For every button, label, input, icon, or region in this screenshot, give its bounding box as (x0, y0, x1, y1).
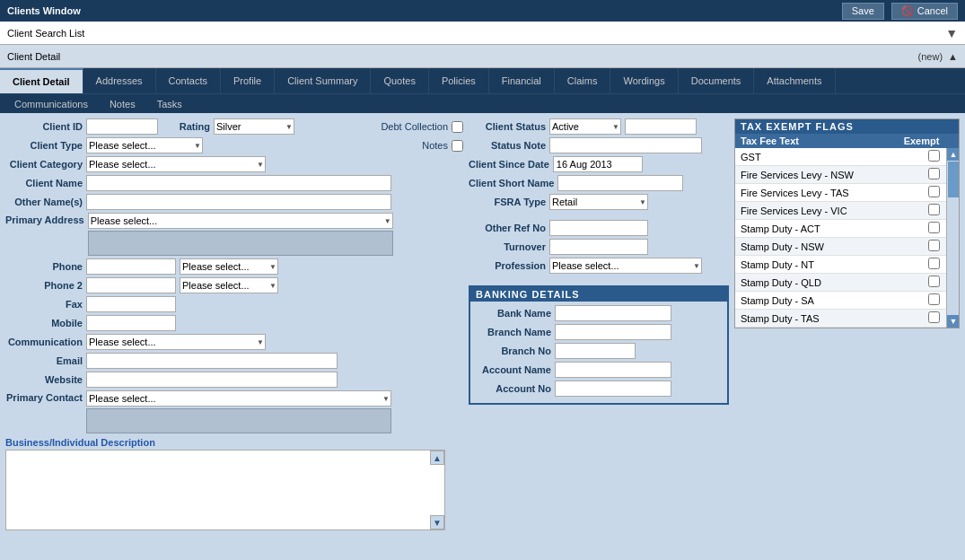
right-panel: TAX EXEMPT FLAGS Tax Fee Text Exempt GST… (734, 118, 960, 555)
biz-scroll-up-icon[interactable]: ▲ (430, 451, 444, 465)
tax-sdnt-checkbox[interactable] (928, 258, 940, 269)
branch-name-label: Branch Name (474, 327, 555, 337)
tax-fsnsw-checkbox[interactable] (928, 168, 940, 179)
client-short-name-input[interactable] (557, 175, 683, 191)
tab-client-detail[interactable]: Client Detail (0, 68, 83, 93)
tax-row-sdnsw: Stamp Duty - NSW (735, 238, 959, 256)
tax-fsvic-checkbox[interactable] (928, 204, 940, 215)
row-status-note: Status Note (469, 137, 729, 153)
row-bank-name: Bank Name (474, 305, 724, 321)
tax-sdtas-checkbox[interactable] (928, 311, 940, 323)
tax-row-fstas-text: Fire Services Levy - TAS (735, 186, 909, 200)
client-category-label: Client Category (5, 159, 86, 170)
client-name-input[interactable] (86, 175, 391, 191)
scrollbar-spacer (946, 134, 959, 148)
rating-select-wrapper: Silver Gold Bronze Platinum (214, 118, 294, 135)
phone2-input[interactable] (86, 277, 176, 293)
client-detail-right: (new) ▲ (918, 51, 958, 62)
new-status-badge: (new) (918, 51, 943, 62)
fax-input[interactable] (86, 296, 176, 312)
row-client-type: Client Type Please select... Individual … (5, 137, 463, 153)
biz-scroll-down-icon[interactable]: ▼ (430, 515, 444, 529)
sub-tab-communications[interactable]: Communications (4, 94, 99, 113)
client-category-select[interactable]: Please select... Standard Premium VIP (86, 156, 266, 172)
tax-sdact-checkbox[interactable] (928, 222, 940, 233)
other-ref-no-input[interactable] (549, 220, 648, 236)
notes-label: Notes (414, 140, 452, 151)
tab-documents[interactable]: Documents (679, 68, 755, 93)
profession-label: Profession (469, 260, 549, 271)
rating-select[interactable]: Silver Gold Bronze Platinum (214, 118, 294, 135)
mobile-input[interactable] (86, 315, 176, 331)
search-bar-chevron-down-icon[interactable]: ▼ (945, 26, 958, 40)
communication-label: Communication (5, 337, 86, 347)
tab-policies[interactable]: Policies (429, 68, 489, 93)
tab-contacts[interactable]: Contacts (156, 68, 221, 93)
primary-address-select[interactable]: Please select... (88, 213, 393, 229)
account-name-input[interactable] (555, 362, 671, 378)
tab-addresses[interactable]: Addresses (83, 68, 156, 93)
sub-tab-notes[interactable]: Notes (99, 94, 146, 113)
tax-sdnsw-checkbox[interactable] (928, 240, 940, 251)
row-other-names: Other Name(s) (5, 194, 463, 210)
client-since-date-input[interactable] (553, 156, 643, 172)
notes-checkbox[interactable] (452, 140, 463, 152)
phone2-type-wrapper: Please select... Work Home Mobile (180, 277, 278, 293)
email-input[interactable] (86, 353, 338, 369)
tax-sdsa-checkbox[interactable] (928, 293, 940, 305)
save-button[interactable]: Save (842, 3, 884, 20)
tab-claims[interactable]: Claims (555, 68, 611, 93)
left-panel: Client ID Rating Silver Gold Bronze Plat… (5, 118, 463, 555)
status-note-input[interactable] (549, 137, 702, 153)
debt-collection-checkbox[interactable] (452, 121, 463, 133)
account-no-input[interactable] (555, 381, 671, 397)
tax-gst-checkbox[interactable] (928, 150, 940, 162)
tax-scroll-up-btn[interactable]: ▲ (947, 148, 959, 161)
phone-label: Phone (5, 261, 86, 272)
client-status-note-input[interactable] (625, 118, 697, 135)
collapse-icon[interactable]: ▲ (948, 51, 958, 62)
fsra-type-label: FSRA Type (469, 197, 549, 207)
row-account-name: Account Name (474, 362, 724, 378)
row-fsra-type: FSRA Type Retail Wholesale Sophisticated… (469, 194, 729, 210)
tax-scroll-down-btn[interactable]: ▼ (947, 315, 959, 328)
tax-fstas-checkbox[interactable] (928, 186, 940, 197)
website-input[interactable] (86, 372, 338, 388)
tab-quotes[interactable]: Quotes (371, 68, 428, 93)
row-email: Email (5, 353, 463, 369)
row-fax: Fax (5, 296, 463, 312)
communication-select[interactable]: Please select... Email Post Phone (86, 334, 266, 350)
branch-no-input[interactable] (555, 343, 636, 359)
client-type-select[interactable]: Please select... Individual Company Trus… (86, 137, 203, 153)
tab-wordings[interactable]: Wordings (610, 68, 678, 93)
email-label: Email (5, 355, 86, 366)
tab-profile[interactable]: Profile (221, 68, 275, 93)
cancel-button[interactable]: 🚫 Cancel (891, 3, 958, 20)
tab-financial[interactable]: Financial (489, 68, 555, 93)
tab-attachments[interactable]: Attachments (754, 68, 835, 93)
client-id-input[interactable] (86, 118, 158, 135)
sub-tab-tasks[interactable]: Tasks (146, 94, 193, 113)
profession-select[interactable]: Please select... Accountant Engineer Doc… (549, 258, 702, 274)
phone-input[interactable] (86, 258, 176, 275)
phone2-type-select[interactable]: Please select... Work Home Mobile (180, 277, 278, 293)
tax-row-sdsa: Stamp Duty - SA (735, 292, 959, 310)
branch-name-input[interactable] (555, 324, 671, 340)
client-status-select[interactable]: Active Inactive Suspended (549, 118, 621, 135)
tab-client-summary[interactable]: Client Summary (275, 68, 371, 93)
banking-header: BANKING DETAILS (470, 287, 727, 302)
tax-row-fstas: Fire Services Levy - TAS (735, 184, 959, 202)
tax-row-sdnsw-text: Stamp Duty - NSW (735, 240, 909, 254)
turnover-input[interactable] (549, 239, 648, 255)
tax-sdqld-checkbox[interactable] (928, 276, 940, 287)
primary-contact-label: Primary Contact (5, 390, 86, 403)
banking-body: Bank Name Branch Name Branch No Account … (470, 302, 727, 403)
fsra-type-select[interactable]: Retail Wholesale Sophisticated Investor (549, 194, 648, 210)
tax-row-fsvic-text: Fire Services Levy - VIC (735, 204, 909, 218)
other-names-input[interactable] (86, 194, 391, 210)
phone-type-select[interactable]: Please select... Work Home Mobile (180, 258, 278, 275)
client-status-label: Client Status (469, 121, 549, 132)
business-description-textarea[interactable] (6, 451, 430, 529)
primary-contact-select[interactable]: Please select... (86, 390, 391, 407)
bank-name-input[interactable] (555, 305, 671, 321)
